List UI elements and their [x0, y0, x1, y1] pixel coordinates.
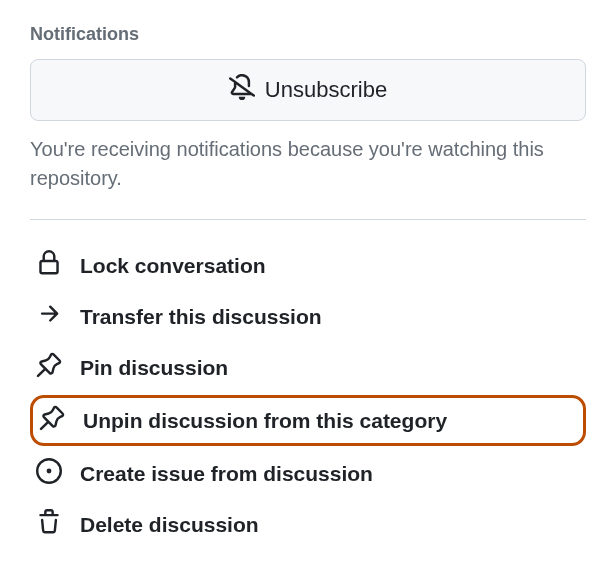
issue-opened-icon: [36, 458, 62, 489]
unsubscribe-button[interactable]: Unsubscribe: [30, 59, 586, 121]
action-label: Unpin discussion from this category: [83, 409, 447, 433]
delete-discussion-action[interactable]: Delete discussion: [30, 501, 586, 548]
unpin-from-category-action[interactable]: Unpin discussion from this category: [30, 395, 586, 446]
notifications-heading: Notifications: [30, 24, 586, 45]
lock-icon: [36, 250, 62, 281]
trash-icon: [36, 509, 62, 540]
action-label: Lock conversation: [80, 254, 266, 278]
discussion-actions-list: Lock conversation Transfer this discussi…: [30, 242, 586, 548]
pin-icon: [36, 352, 62, 383]
action-label: Delete discussion: [80, 513, 259, 537]
unsubscribe-button-label: Unsubscribe: [265, 77, 387, 103]
action-label: Transfer this discussion: [80, 305, 322, 329]
bell-slash-icon: [229, 74, 255, 106]
action-label: Pin discussion: [80, 356, 228, 380]
notifications-section: Notifications Unsubscribe You're receivi…: [30, 24, 586, 193]
notification-reason-text: You're receiving notifications because y…: [30, 135, 586, 193]
section-divider: [30, 219, 586, 220]
create-issue-action[interactable]: Create issue from discussion: [30, 450, 586, 497]
pin-discussion-action[interactable]: Pin discussion: [30, 344, 586, 391]
pin-icon: [39, 405, 65, 436]
lock-conversation-action[interactable]: Lock conversation: [30, 242, 586, 289]
arrow-right-icon: [36, 301, 62, 332]
action-label: Create issue from discussion: [80, 462, 373, 486]
transfer-discussion-action[interactable]: Transfer this discussion: [30, 293, 586, 340]
